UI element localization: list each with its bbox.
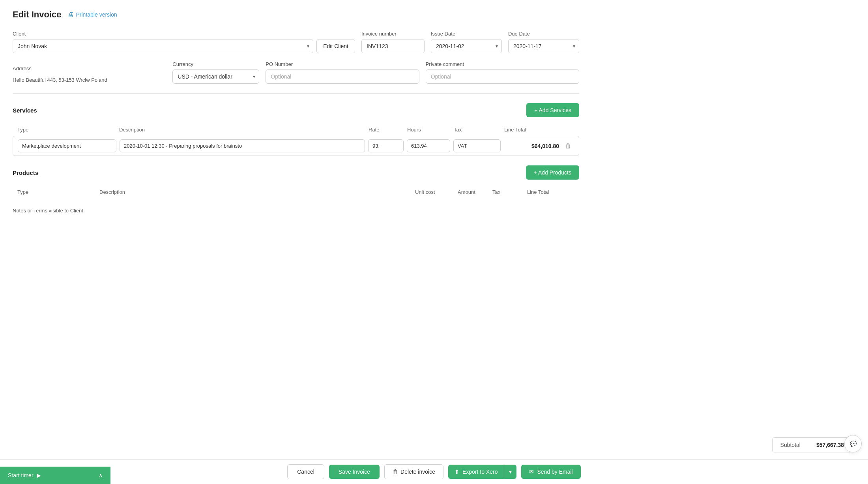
- products-col-linetotal: Line Total: [527, 189, 574, 195]
- printable-version-link[interactable]: 🖨 Printable version: [67, 11, 117, 18]
- products-title: Products: [13, 169, 38, 176]
- client-select-wrapper: John Novak ▾: [13, 39, 313, 53]
- address-label: Address: [13, 66, 166, 71]
- products-col-tax: Tax: [492, 189, 524, 195]
- service-tax-input[interactable]: [453, 139, 501, 152]
- client-select[interactable]: John Novak: [13, 39, 313, 53]
- section-divider: [13, 93, 579, 94]
- services-col-description: Description: [119, 127, 365, 133]
- products-col-amount: Amount: [458, 189, 489, 195]
- client-group: Client John Novak ▾ Edit Client: [13, 31, 355, 53]
- client-row: Client John Novak ▾ Edit Client Invoice …: [13, 31, 579, 53]
- services-header: Services + Add Services: [13, 103, 579, 117]
- page-title: Edit Invoice: [13, 9, 61, 20]
- products-col-description: Description: [99, 189, 412, 195]
- service-description-input[interactable]: [120, 139, 365, 152]
- services-section: Services + Add Services Type Description…: [13, 103, 579, 156]
- services-col-linetotal: Line Total: [504, 127, 559, 133]
- due-date-select-wrapper: 2020-11-17 ▾: [508, 39, 579, 53]
- issue-date-select-wrapper: 2020-11-02 ▾: [431, 39, 502, 53]
- po-number-group: PO Number: [266, 61, 419, 84]
- private-comment-input[interactable]: [426, 69, 579, 84]
- invoice-number-input[interactable]: [361, 39, 425, 53]
- address-value: Hello Beautiful 443, 53-153 Wrclw Poland: [13, 74, 166, 84]
- service-line-total: $64,010.80: [504, 143, 559, 149]
- products-table-header: Type Description Unit cost Amount Tax Li…: [13, 186, 579, 198]
- private-comment-label: Private comment: [426, 61, 579, 67]
- currency-label: Currency: [172, 61, 259, 67]
- due-date-select[interactable]: 2020-11-17: [508, 39, 579, 53]
- add-services-button[interactable]: + Add Services: [526, 103, 579, 117]
- products-col-type: Type: [17, 189, 96, 195]
- invoice-number-label: Invoice number: [361, 31, 425, 37]
- issue-date-group: Issue Date 2020-11-02 ▾: [431, 31, 502, 53]
- address-group: Address Hello Beautiful 443, 53-153 Wrcl…: [13, 66, 166, 84]
- service-hours-input[interactable]: [407, 139, 450, 152]
- notes-label: Notes or Terms visible to Client: [13, 208, 579, 214]
- service-type-input[interactable]: [18, 139, 116, 152]
- invoice-number-group: Invoice number: [361, 31, 425, 53]
- products-col-unitcost: Unit cost: [415, 189, 455, 195]
- currency-group: Currency USD - American dollar ▾: [172, 61, 259, 84]
- products-section: Products + Add Products Type Description…: [13, 165, 579, 198]
- services-table-header: Type Description Rate Hours Tax Line Tot…: [13, 124, 579, 136]
- address-row: Address Hello Beautiful 443, 53-153 Wrcl…: [13, 61, 579, 84]
- notes-section: Notes or Terms visible to Client: [13, 208, 579, 214]
- due-date-label: Due Date: [508, 31, 579, 37]
- table-row: $64,010.80 🗑: [13, 136, 579, 156]
- services-col-rate: Rate: [369, 127, 404, 133]
- services-col-delete: [563, 127, 574, 133]
- edit-client-button[interactable]: Edit Client: [316, 39, 355, 53]
- products-header: Products + Add Products: [13, 165, 579, 180]
- services-col-hours: Hours: [407, 127, 451, 133]
- services-col-type: Type: [17, 127, 116, 133]
- client-label: Client: [13, 31, 355, 37]
- add-products-button[interactable]: + Add Products: [526, 165, 579, 180]
- issue-date-select[interactable]: 2020-11-02: [431, 39, 502, 53]
- page-header: Edit Invoice 🖨 Printable version: [13, 9, 579, 20]
- private-comment-group: Private comment: [426, 61, 579, 84]
- po-number-input[interactable]: [266, 69, 419, 84]
- service-rate-input[interactable]: [368, 139, 404, 152]
- currency-select-wrapper: USD - American dollar ▾: [172, 69, 259, 84]
- services-title: Services: [13, 107, 37, 114]
- issue-date-label: Issue Date: [431, 31, 502, 37]
- service-delete-icon[interactable]: 🗑: [562, 143, 574, 150]
- due-date-group: Due Date 2020-11-17 ▾: [508, 31, 579, 53]
- currency-select[interactable]: USD - American dollar: [172, 69, 259, 84]
- printer-icon: 🖨: [67, 11, 74, 18]
- po-number-label: PO Number: [266, 61, 419, 67]
- services-col-tax: Tax: [454, 127, 501, 133]
